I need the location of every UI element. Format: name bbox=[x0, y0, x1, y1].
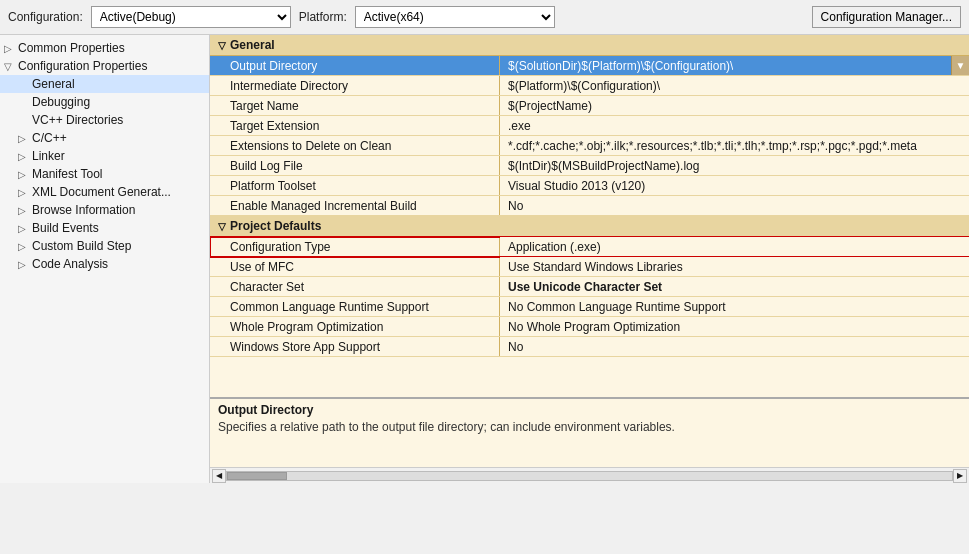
platform-dropdown[interactable]: Active(x64) bbox=[355, 6, 555, 28]
prop-row-pd-3[interactable]: Common Language Runtime SupportNo Common… bbox=[210, 297, 969, 317]
config-label: Configuration: bbox=[8, 10, 83, 24]
prop-row-pd-4[interactable]: Whole Program OptimizationNo Whole Progr… bbox=[210, 317, 969, 337]
prop-name-pd-2: Character Set bbox=[210, 277, 500, 296]
prop-name-general-1: Intermediate Directory bbox=[210, 76, 500, 95]
platform-label: Platform: bbox=[299, 10, 347, 24]
prop-value-general-3: .exe bbox=[500, 116, 969, 135]
tree-label-linker: Linker bbox=[32, 149, 65, 163]
prop-row-general-2[interactable]: Target Name$(ProjectName) bbox=[210, 96, 969, 116]
tree-label-code-analysis: Code Analysis bbox=[32, 257, 108, 271]
tree-item-general[interactable]: General bbox=[0, 75, 209, 93]
prop-value-text-pd-4: No Whole Program Optimization bbox=[508, 320, 680, 334]
scrollbar-track[interactable] bbox=[226, 471, 953, 481]
prop-name-general-7: Enable Managed Incremental Build bbox=[210, 196, 500, 215]
prop-value-general-6: Visual Studio 2013 (v120) bbox=[500, 176, 969, 195]
prop-row-general-6[interactable]: Platform ToolsetVisual Studio 2013 (v120… bbox=[210, 176, 969, 196]
left-panel: ▷Common Properties▽Configuration Propert… bbox=[0, 35, 210, 483]
tree-item-custom-build[interactable]: ▷Custom Build Step bbox=[0, 237, 209, 255]
prop-value-pd-4: No Whole Program Optimization bbox=[500, 317, 969, 336]
prop-row-general-0[interactable]: Output Directory$(SolutionDir)$(Platform… bbox=[210, 56, 969, 76]
section-general-title: General bbox=[230, 38, 275, 52]
config-manager-button[interactable]: Configuration Manager... bbox=[812, 6, 961, 28]
tree-arrow-manifest-tool: ▷ bbox=[18, 169, 32, 180]
tree-arrow-browse-info: ▷ bbox=[18, 205, 32, 216]
prop-value-text-pd-3: No Common Language Runtime Support bbox=[508, 300, 725, 314]
prop-value-general-0[interactable]: $(SolutionDir)$(Platform)\$(Configuratio… bbox=[500, 56, 969, 75]
scroll-right-btn[interactable]: ▶ bbox=[953, 469, 967, 483]
scroll-left-btn[interactable]: ◀ bbox=[212, 469, 226, 483]
prop-value-general-5: $(IntDir)$(MSBuildProjectName).log bbox=[500, 156, 969, 175]
bottom-desc: Specifies a relative path to the output … bbox=[218, 420, 961, 434]
bottom-panel: Output Directory Specifies a relative pa… bbox=[210, 397, 969, 467]
prop-row-pd-2[interactable]: Character SetUse Unicode Character Set bbox=[210, 277, 969, 297]
prop-name-general-4: Extensions to Delete on Clean bbox=[210, 136, 500, 155]
section-project-defaults-header[interactable]: ▽Project Defaults bbox=[210, 216, 969, 237]
tree-label-config-props: Configuration Properties bbox=[18, 59, 147, 73]
bottom-title: Output Directory bbox=[218, 403, 961, 417]
tree-label-debugging: Debugging bbox=[32, 95, 90, 109]
tree-arrow-linker: ▷ bbox=[18, 151, 32, 162]
prop-row-pd-5[interactable]: Windows Store App SupportNo bbox=[210, 337, 969, 357]
tree-item-build-events[interactable]: ▷Build Events bbox=[0, 219, 209, 237]
prop-value-pd-1: Use Standard Windows Libraries bbox=[500, 257, 969, 276]
tree-item-browse-info[interactable]: ▷Browse Information bbox=[0, 201, 209, 219]
tree-arrow-cpp: ▷ bbox=[18, 133, 32, 144]
tree-item-vc-dirs[interactable]: VC++ Directories bbox=[0, 111, 209, 129]
tree-label-custom-build: Custom Build Step bbox=[32, 239, 131, 253]
tree-label-general: General bbox=[32, 77, 75, 91]
prop-row-general-1[interactable]: Intermediate Directory$(Platform)\$(Conf… bbox=[210, 76, 969, 96]
tree-label-manifest-tool: Manifest Tool bbox=[32, 167, 102, 181]
scrollbar-thumb[interactable] bbox=[227, 472, 287, 480]
tree-item-linker[interactable]: ▷Linker bbox=[0, 147, 209, 165]
config-dropdown[interactable]: Active(Debug) bbox=[91, 6, 291, 28]
scrollbar-area: ◀ ▶ bbox=[210, 467, 969, 483]
prop-value-text-general-3: .exe bbox=[508, 119, 531, 133]
prop-name-general-0: Output Directory bbox=[210, 56, 500, 75]
prop-row-pd-1[interactable]: Use of MFCUse Standard Windows Libraries bbox=[210, 257, 969, 277]
prop-name-general-6: Platform Toolset bbox=[210, 176, 500, 195]
tree-item-xml-doc[interactable]: ▷XML Document Generat... bbox=[0, 183, 209, 201]
tree-item-config-props[interactable]: ▽Configuration Properties bbox=[0, 57, 209, 75]
prop-value-text-general-0: $(SolutionDir)$(Platform)\$(Configuratio… bbox=[508, 59, 733, 73]
tree-label-common-props: Common Properties bbox=[18, 41, 125, 55]
prop-value-text-general-4: *.cdf;*.cache;*.obj;*.ilk;*.resources;*.… bbox=[508, 139, 917, 153]
tree-item-manifest-tool[interactable]: ▷Manifest Tool bbox=[0, 165, 209, 183]
top-bar: Configuration: Active(Debug) Platform: A… bbox=[0, 0, 969, 35]
tree-item-cpp[interactable]: ▷C/C++ bbox=[0, 129, 209, 147]
prop-value-general-1: $(Platform)\$(Configuration)\ bbox=[500, 76, 969, 95]
prop-name-pd-3: Common Language Runtime Support bbox=[210, 297, 500, 316]
prop-name-general-5: Build Log File bbox=[210, 156, 500, 175]
prop-value-text-pd-0: Application (.exe) bbox=[508, 240, 601, 254]
prop-value-pd-5: No bbox=[500, 337, 969, 356]
section-pd-title: Project Defaults bbox=[230, 219, 321, 233]
prop-row-general-3[interactable]: Target Extension.exe bbox=[210, 116, 969, 136]
prop-row-general-5[interactable]: Build Log File$(IntDir)$(MSBuildProjectN… bbox=[210, 156, 969, 176]
prop-row-general-7[interactable]: Enable Managed Incremental BuildNo bbox=[210, 196, 969, 216]
tree-item-code-analysis[interactable]: ▷Code Analysis bbox=[0, 255, 209, 273]
tree-item-debugging[interactable]: Debugging bbox=[0, 93, 209, 111]
prop-name-pd-1: Use of MFC bbox=[210, 257, 500, 276]
prop-value-text-general-7: No bbox=[508, 199, 523, 213]
tree-arrow-code-analysis: ▷ bbox=[18, 259, 32, 270]
prop-value-pd-0: Application (.exe) bbox=[500, 237, 969, 256]
tree-arrow-common-props: ▷ bbox=[4, 43, 18, 54]
prop-value-general-7: No bbox=[500, 196, 969, 215]
tree-label-build-events: Build Events bbox=[32, 221, 99, 235]
prop-row-general-4[interactable]: Extensions to Delete on Clean*.cdf;*.cac… bbox=[210, 136, 969, 156]
prop-row-pd-0[interactable]: Configuration TypeApplication (.exe) bbox=[210, 237, 969, 257]
tree-arrow-config-props: ▽ bbox=[4, 61, 18, 72]
tree-label-vc-dirs: VC++ Directories bbox=[32, 113, 123, 127]
prop-value-general-2: $(ProjectName) bbox=[500, 96, 969, 115]
section-general-header[interactable]: ▽General bbox=[210, 35, 969, 56]
prop-name-pd-5: Windows Store App Support bbox=[210, 337, 500, 356]
tree-label-xml-doc: XML Document Generat... bbox=[32, 185, 171, 199]
tree-item-common-props[interactable]: ▷Common Properties bbox=[0, 39, 209, 57]
prop-dropdown-arrow-general-0[interactable]: ▼ bbox=[951, 56, 969, 75]
tree-label-cpp: C/C++ bbox=[32, 131, 67, 145]
right-panel: ▽GeneralOutput Directory$(SolutionDir)$(… bbox=[210, 35, 969, 483]
prop-name-general-2: Target Name bbox=[210, 96, 500, 115]
prop-value-text-general-1: $(Platform)\$(Configuration)\ bbox=[508, 79, 660, 93]
prop-value-text-pd-2: Use Unicode Character Set bbox=[508, 280, 662, 294]
main-content: ▷Common Properties▽Configuration Propert… bbox=[0, 35, 969, 483]
section-pd-arrow: ▽ bbox=[218, 221, 226, 232]
